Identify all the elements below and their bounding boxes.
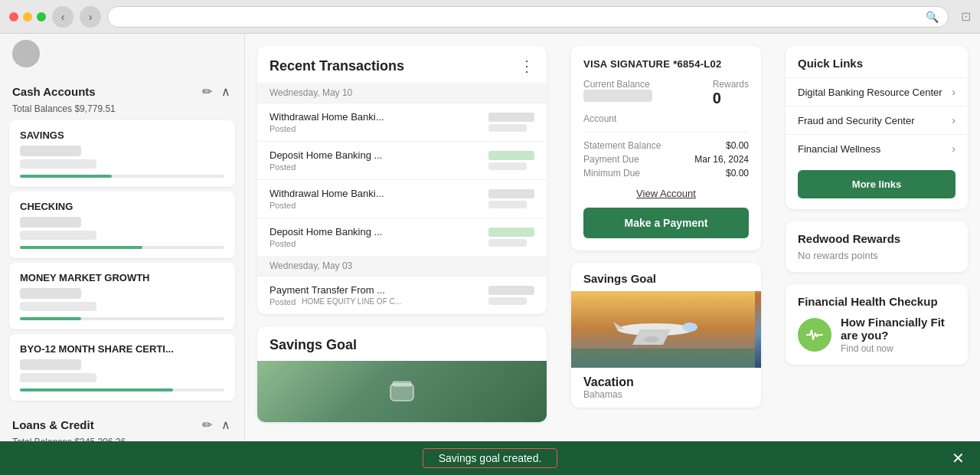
statement-balance-value: $0.00 bbox=[726, 140, 749, 151]
transaction-left: Withdrawal Home Banki... Posted bbox=[270, 111, 488, 133]
amount-blur bbox=[488, 113, 534, 122]
minimum-due-row: Minimum Due $0.00 bbox=[583, 168, 749, 179]
cash-accounts-section-header: Cash Accounts ✏ ∧ bbox=[0, 74, 244, 103]
health-heading: How Financially Fit are you? bbox=[841, 316, 956, 342]
url-bar[interactable]: 🔍 bbox=[107, 6, 949, 28]
center-column: Recent Transactions ⋮ Wednesday, May 10 … bbox=[245, 34, 559, 475]
airplane-scene-svg bbox=[571, 291, 755, 368]
cash-accounts-title: Cash Accounts bbox=[12, 85, 96, 98]
money-market-account-card[interactable]: MONEY MARKET GROWTH bbox=[9, 263, 235, 329]
right-column: VISA SIGNATURE *6854-L02 Current Balance… bbox=[559, 34, 773, 475]
savings-goal-info: Vacation Bahamas bbox=[571, 368, 761, 408]
quick-link-label: Digital Banking Resource Center bbox=[798, 87, 942, 98]
svg-rect-1 bbox=[393, 382, 411, 386]
savings-goal-image-right bbox=[571, 291, 761, 368]
money-market-amount-blur-sm bbox=[20, 302, 96, 311]
chevron-right-icon: › bbox=[952, 114, 956, 126]
maximize-traffic-light[interactable] bbox=[37, 12, 46, 21]
health-sub: Find out now bbox=[841, 343, 956, 354]
forward-button[interactable]: › bbox=[80, 6, 101, 28]
quick-links-card: Quick Links Digital Banking Resource Cen… bbox=[786, 46, 968, 209]
transaction-status: Posted bbox=[270, 162, 488, 172]
financial-health-title: Financial Health Checkup bbox=[798, 295, 956, 308]
make-payment-button[interactable]: Make a Payment bbox=[583, 208, 749, 238]
quick-link-financial-wellness[interactable]: Financial Wellness › bbox=[786, 134, 968, 162]
close-traffic-light[interactable] bbox=[9, 12, 18, 21]
minimum-due-label: Minimum Due bbox=[583, 168, 640, 179]
view-account-link: View Account bbox=[583, 186, 749, 200]
statement-balance-label: Statement Balance bbox=[583, 140, 661, 151]
amount-blur bbox=[488, 189, 534, 198]
heartbeat-icon bbox=[805, 326, 824, 344]
health-text: How Financially Fit are you? Find out no… bbox=[841, 316, 956, 354]
transaction-status: Posted bbox=[270, 124, 488, 133]
sidebar: Cash Accounts ✏ ∧ Total Balances $9,779.… bbox=[0, 34, 245, 475]
cash-accounts-total: Total Balances $9,779.51 bbox=[12, 103, 232, 114]
payment-due-value: Mar 16, 2024 bbox=[694, 154, 749, 165]
financial-health-body: How Financially Fit are you? Find out no… bbox=[798, 316, 956, 354]
minimize-traffic-light[interactable] bbox=[23, 12, 32, 21]
quick-link-digital-banking[interactable]: Digital Banking Resource Center › bbox=[786, 77, 968, 106]
financial-health-card: Financial Health Checkup How Financially… bbox=[786, 284, 968, 365]
toast-close-button[interactable]: ✕ bbox=[952, 449, 965, 467]
chevron-right-icon: › bbox=[952, 142, 956, 155]
more-links-button[interactable]: More links bbox=[798, 170, 956, 198]
toast-message: Savings goal created. bbox=[423, 448, 558, 468]
edit-loans-button[interactable]: ✏ bbox=[201, 416, 214, 434]
transaction-status: Posted bbox=[270, 239, 488, 248]
quick-links-title: Quick Links bbox=[786, 57, 968, 77]
minimum-due-value: $0.00 bbox=[726, 168, 749, 179]
money-market-account-name: MONEY MARKET GROWTH bbox=[20, 272, 224, 283]
certificate-amount-blur bbox=[20, 359, 81, 370]
savings-goal-center-title: Savings Goal bbox=[270, 337, 357, 353]
savings-account-card[interactable]: SAVINGS bbox=[9, 120, 235, 187]
savings-amount-blur-sm bbox=[20, 159, 96, 169]
transaction-item[interactable]: Withdrawal Home Banki... Posted bbox=[257, 179, 547, 218]
date-separator-may10: Wednesday, May 10 bbox=[257, 83, 547, 103]
amount-green-blur bbox=[488, 151, 534, 160]
svg-point-7 bbox=[682, 323, 697, 332]
avatar bbox=[12, 40, 40, 67]
balance-blur bbox=[583, 90, 652, 102]
certificate-account-card[interactable]: BYO-12 MONTH SHARE CERTI... bbox=[9, 334, 235, 401]
transaction-item[interactable]: Payment Transfer From ... Posted HOME EQ… bbox=[257, 276, 547, 314]
checking-account-name: CHECKING bbox=[20, 201, 224, 212]
savings-amount-blur bbox=[20, 146, 81, 156]
quick-link-fraud-security[interactable]: Fraud and Security Center › bbox=[786, 106, 968, 134]
transaction-left: Withdrawal Home Banki... Posted bbox=[270, 188, 488, 210]
svg-rect-3 bbox=[571, 349, 755, 368]
rewards-label: Rewards bbox=[713, 79, 749, 90]
certificate-account-name: BYO-12 MONTH SHARE CERTI... bbox=[20, 343, 224, 355]
collapse-loans-button[interactable]: ∧ bbox=[220, 416, 232, 434]
certificate-amount-blur-sm bbox=[20, 373, 96, 382]
transaction-name: Withdrawal Home Banki... bbox=[270, 111, 488, 123]
visa-divider1 bbox=[583, 132, 749, 133]
savings-progress-bar bbox=[20, 175, 112, 178]
date-separator-may3: Wednesday, May 03 bbox=[257, 256, 547, 276]
traffic-lights bbox=[9, 12, 46, 21]
current-balance-label: Current Balance bbox=[583, 79, 652, 90]
transaction-left: Payment Transfer From ... Posted HOME EQ… bbox=[270, 284, 488, 306]
savings-goal-right-title: Savings Goal bbox=[571, 263, 761, 291]
collapse-cash-accounts-button[interactable]: ∧ bbox=[220, 83, 232, 100]
transaction-name: Deposit Home Banking ... bbox=[270, 226, 488, 238]
savings-destination: Vacation bbox=[583, 375, 749, 389]
checking-account-card[interactable]: CHECKING bbox=[9, 192, 235, 258]
back-button[interactable]: ‹ bbox=[52, 6, 74, 28]
current-balance-section: Current Balance bbox=[583, 79, 652, 105]
chevron-right-icon: › bbox=[952, 86, 956, 98]
savings-account-name: SAVINGS bbox=[20, 129, 224, 141]
transaction-item[interactable]: Deposit Home Banking ... Posted bbox=[257, 218, 547, 256]
transaction-sublabel: HOME EQUITY LINE OF C... bbox=[302, 297, 401, 306]
redwood-rewards-title: Redwood Rewards bbox=[798, 232, 956, 245]
redwood-rewards-sub: No rewards points bbox=[798, 250, 956, 261]
far-right-column: Quick Links Digital Banking Resource Cen… bbox=[773, 34, 980, 475]
view-account-anchor[interactable]: View Account bbox=[636, 188, 696, 199]
certificate-progress-container bbox=[20, 388, 224, 391]
edit-cash-accounts-button[interactable]: ✏ bbox=[201, 83, 214, 100]
recent-transactions-more-button[interactable]: ⋮ bbox=[519, 57, 534, 75]
main-content: Recent Transactions ⋮ Wednesday, May 10 … bbox=[245, 34, 980, 475]
transaction-item[interactable]: Deposit Home Banking ... Posted bbox=[257, 141, 547, 179]
certificate-progress-bar bbox=[20, 388, 173, 391]
transaction-item[interactable]: Withdrawal Home Banki... Posted bbox=[257, 103, 547, 141]
